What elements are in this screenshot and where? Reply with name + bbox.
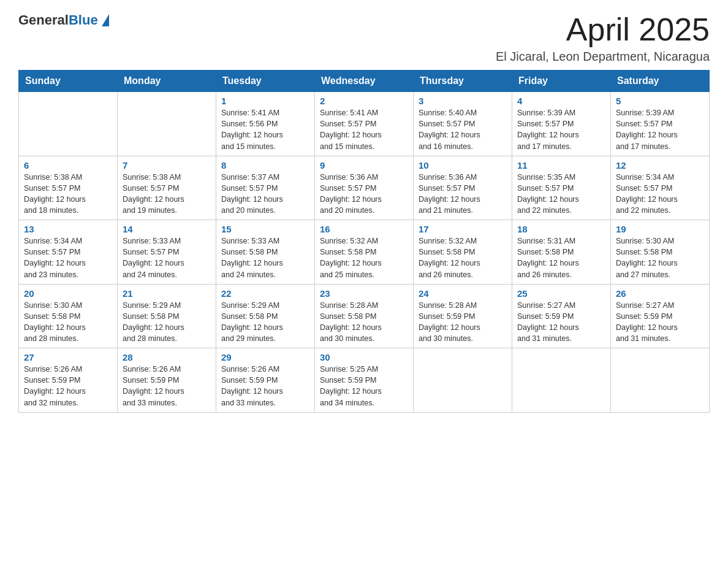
calendar-week-row: 6Sunrise: 5:38 AM Sunset: 5:57 PM Daylig… <box>19 156 710 220</box>
day-info: Sunrise: 5:38 AM Sunset: 5:57 PM Dayligh… <box>24 172 112 216</box>
calendar-table: SundayMondayTuesdayWednesdayThursdayFrid… <box>18 70 710 413</box>
day-number: 4 <box>517 96 605 106</box>
page-header: GeneralBlue April 2025 El Jicaral, Leon … <box>18 12 710 64</box>
day-info: Sunrise: 5:40 AM Sunset: 5:57 PM Dayligh… <box>419 107 507 152</box>
calendar-cell: 10Sunrise: 5:36 AM Sunset: 5:57 PM Dayli… <box>414 156 512 220</box>
day-info: Sunrise: 5:38 AM Sunset: 5:57 PM Dayligh… <box>123 172 211 216</box>
calendar-cell: 27Sunrise: 5:26 AM Sunset: 5:59 PM Dayli… <box>19 348 118 413</box>
logo-blue-text: Blue <box>69 12 98 28</box>
day-number: 29 <box>221 352 309 362</box>
day-info: Sunrise: 5:25 AM Sunset: 5:59 PM Dayligh… <box>320 364 408 408</box>
day-number: 18 <box>517 224 605 234</box>
day-info: Sunrise: 5:27 AM Sunset: 5:59 PM Dayligh… <box>616 300 704 345</box>
day-number: 12 <box>616 160 704 170</box>
calendar-week-row: 27Sunrise: 5:26 AM Sunset: 5:59 PM Dayli… <box>19 348 710 413</box>
day-info: Sunrise: 5:32 AM Sunset: 5:58 PM Dayligh… <box>419 236 507 280</box>
day-number: 1 <box>221 96 309 106</box>
calendar-cell: 6Sunrise: 5:38 AM Sunset: 5:57 PM Daylig… <box>19 156 118 220</box>
calendar-cell: 18Sunrise: 5:31 AM Sunset: 5:58 PM Dayli… <box>512 220 611 285</box>
calendar-cell: 30Sunrise: 5:25 AM Sunset: 5:59 PM Dayli… <box>315 348 414 413</box>
day-info: Sunrise: 5:29 AM Sunset: 5:58 PM Dayligh… <box>221 300 309 345</box>
day-number: 10 <box>419 160 507 170</box>
day-info: Sunrise: 5:30 AM Sunset: 5:58 PM Dayligh… <box>24 300 112 345</box>
day-number: 13 <box>24 224 112 234</box>
calendar-title: April 2025 <box>496 12 710 47</box>
day-number: 5 <box>616 96 704 106</box>
calendar-cell: 2Sunrise: 5:41 AM Sunset: 5:57 PM Daylig… <box>315 92 414 156</box>
calendar-cell: 24Sunrise: 5:28 AM Sunset: 5:59 PM Dayli… <box>414 284 512 348</box>
calendar-cell: 17Sunrise: 5:32 AM Sunset: 5:58 PM Dayli… <box>414 220 512 285</box>
day-info: Sunrise: 5:33 AM Sunset: 5:57 PM Dayligh… <box>123 236 211 280</box>
day-number: 24 <box>419 288 507 299</box>
day-info: Sunrise: 5:32 AM Sunset: 5:58 PM Dayligh… <box>320 236 408 280</box>
day-info: Sunrise: 5:36 AM Sunset: 5:57 PM Dayligh… <box>419 172 507 216</box>
day-info: Sunrise: 5:28 AM Sunset: 5:58 PM Dayligh… <box>320 300 408 345</box>
day-info: Sunrise: 5:30 AM Sunset: 5:58 PM Dayligh… <box>616 236 704 280</box>
calendar-cell: 15Sunrise: 5:33 AM Sunset: 5:58 PM Dayli… <box>216 220 315 285</box>
calendar-cell: 25Sunrise: 5:27 AM Sunset: 5:59 PM Dayli… <box>512 284 611 348</box>
day-info: Sunrise: 5:33 AM Sunset: 5:58 PM Dayligh… <box>221 236 309 280</box>
calendar-cell: 7Sunrise: 5:38 AM Sunset: 5:57 PM Daylig… <box>118 156 216 220</box>
logo-text: GeneralBlue <box>18 12 98 28</box>
column-header-wednesday: Wednesday <box>315 71 414 92</box>
calendar-cell: 12Sunrise: 5:34 AM Sunset: 5:57 PM Dayli… <box>611 156 710 220</box>
day-number: 3 <box>419 96 507 106</box>
column-header-friday: Friday <box>512 71 611 92</box>
day-info: Sunrise: 5:41 AM Sunset: 5:57 PM Dayligh… <box>320 107 408 152</box>
column-header-tuesday: Tuesday <box>216 71 315 92</box>
day-info: Sunrise: 5:28 AM Sunset: 5:59 PM Dayligh… <box>419 300 507 345</box>
day-number: 8 <box>221 160 309 170</box>
title-block: April 2025 El Jicaral, Leon Department, … <box>496 12 710 64</box>
day-info: Sunrise: 5:41 AM Sunset: 5:56 PM Dayligh… <box>221 107 309 152</box>
calendar-cell: 26Sunrise: 5:27 AM Sunset: 5:59 PM Dayli… <box>611 284 710 348</box>
calendar-cell <box>118 92 216 156</box>
day-number: 19 <box>616 224 704 234</box>
calendar-cell <box>512 348 611 413</box>
column-header-sunday: Sunday <box>19 71 118 92</box>
calendar-cell: 19Sunrise: 5:30 AM Sunset: 5:58 PM Dayli… <box>611 220 710 285</box>
calendar-cell: 21Sunrise: 5:29 AM Sunset: 5:58 PM Dayli… <box>118 284 216 348</box>
calendar-cell: 28Sunrise: 5:26 AM Sunset: 5:59 PM Dayli… <box>118 348 216 413</box>
calendar-subtitle: El Jicaral, Leon Department, Nicaragua <box>496 50 710 64</box>
day-number: 22 <box>221 288 309 299</box>
day-number: 27 <box>24 352 112 362</box>
day-number: 7 <box>123 160 211 170</box>
day-info: Sunrise: 5:31 AM Sunset: 5:58 PM Dayligh… <box>517 236 605 280</box>
calendar-cell: 8Sunrise: 5:37 AM Sunset: 5:57 PM Daylig… <box>216 156 315 220</box>
day-info: Sunrise: 5:29 AM Sunset: 5:58 PM Dayligh… <box>123 300 211 345</box>
logo: GeneralBlue <box>18 12 109 28</box>
logo-triangle-icon <box>102 14 109 26</box>
calendar-week-row: 1Sunrise: 5:41 AM Sunset: 5:56 PM Daylig… <box>19 92 710 156</box>
day-info: Sunrise: 5:34 AM Sunset: 5:57 PM Dayligh… <box>24 236 112 280</box>
day-info: Sunrise: 5:36 AM Sunset: 5:57 PM Dayligh… <box>320 172 408 216</box>
day-number: 11 <box>517 160 605 170</box>
day-number: 9 <box>320 160 408 170</box>
calendar-cell: 3Sunrise: 5:40 AM Sunset: 5:57 PM Daylig… <box>414 92 512 156</box>
calendar-cell: 11Sunrise: 5:35 AM Sunset: 5:57 PM Dayli… <box>512 156 611 220</box>
calendar-cell: 13Sunrise: 5:34 AM Sunset: 5:57 PM Dayli… <box>19 220 118 285</box>
day-number: 26 <box>616 288 704 299</box>
day-number: 2 <box>320 96 408 106</box>
calendar-cell: 20Sunrise: 5:30 AM Sunset: 5:58 PM Dayli… <box>19 284 118 348</box>
day-number: 15 <box>221 224 309 234</box>
day-info: Sunrise: 5:35 AM Sunset: 5:57 PM Dayligh… <box>517 172 605 216</box>
calendar-week-row: 13Sunrise: 5:34 AM Sunset: 5:57 PM Dayli… <box>19 220 710 285</box>
column-header-thursday: Thursday <box>414 71 512 92</box>
calendar-cell: 9Sunrise: 5:36 AM Sunset: 5:57 PM Daylig… <box>315 156 414 220</box>
calendar-header-row: SundayMondayTuesdayWednesdayThursdayFrid… <box>19 71 710 92</box>
calendar-cell: 5Sunrise: 5:39 AM Sunset: 5:57 PM Daylig… <box>611 92 710 156</box>
day-number: 20 <box>24 288 112 299</box>
day-info: Sunrise: 5:37 AM Sunset: 5:57 PM Dayligh… <box>221 172 309 216</box>
day-number: 6 <box>24 160 112 170</box>
calendar-cell: 1Sunrise: 5:41 AM Sunset: 5:56 PM Daylig… <box>216 92 315 156</box>
calendar-cell: 4Sunrise: 5:39 AM Sunset: 5:57 PM Daylig… <box>512 92 611 156</box>
day-number: 16 <box>320 224 408 234</box>
calendar-cell <box>414 348 512 413</box>
calendar-cell: 29Sunrise: 5:26 AM Sunset: 5:59 PM Dayli… <box>216 348 315 413</box>
column-header-saturday: Saturday <box>611 71 710 92</box>
day-number: 30 <box>320 352 408 362</box>
calendar-cell <box>19 92 118 156</box>
day-number: 25 <box>517 288 605 299</box>
calendar-cell: 14Sunrise: 5:33 AM Sunset: 5:57 PM Dayli… <box>118 220 216 285</box>
calendar-cell: 16Sunrise: 5:32 AM Sunset: 5:58 PM Dayli… <box>315 220 414 285</box>
